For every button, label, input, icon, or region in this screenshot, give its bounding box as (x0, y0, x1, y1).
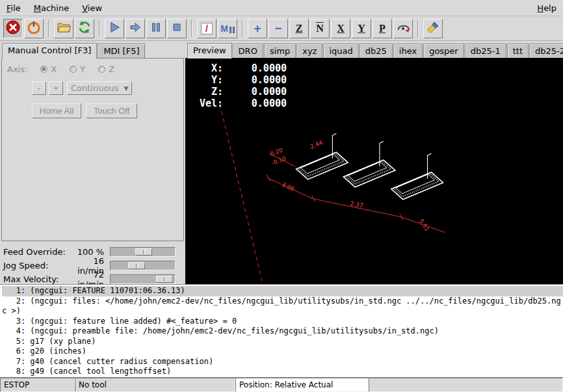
machine-power-icon (26, 20, 42, 37)
gcode-listing: 1: (ngcgui: FEATURE 110701:06.36.13) 2: … (0, 284, 563, 378)
slider-handle[interactable] (156, 276, 173, 283)
jog-minus-button[interactable]: - (32, 81, 46, 95)
gcode-line[interactable]: 1: (ngcgui: FEATURE 110701:06.36.13) (2, 286, 563, 296)
status-filler (369, 378, 563, 392)
menu-file[interactable]: File (5, 2, 22, 14)
block-delete-icon: / (201, 23, 213, 34)
optional-pause-button[interactable]: M (218, 19, 237, 38)
tab-ttt[interactable]: ttt (507, 44, 529, 58)
dimension-label: 2.37 (350, 200, 363, 209)
max-velocity-slider[interactable] (110, 274, 176, 284)
slider-handle[interactable] (128, 262, 145, 269)
tab-manual-control[interactable]: Manual Control [F3] (2, 43, 97, 59)
tab-xyz[interactable]: xyz (296, 44, 322, 58)
menu-machine[interactable]: Machine (33, 2, 70, 14)
part-outline (343, 141, 395, 187)
open-file-button[interactable] (54, 19, 73, 38)
status-tool: No tool (75, 378, 235, 392)
pause-button[interactable] (146, 19, 166, 38)
clear-plot-button[interactable] (423, 19, 443, 38)
jog-row: - + Continuous ▼ (2, 74, 183, 95)
radio-icon (40, 66, 47, 73)
dimension-label: 2.44 (309, 139, 324, 150)
menu-view[interactable]: View (81, 2, 103, 14)
tab-db25[interactable]: db25 (360, 44, 393, 58)
gcode-line[interactable]: 8: g49 (cancel tool lengthoffset) (2, 367, 563, 377)
axis-label: Axis: (7, 64, 27, 74)
view-front-button[interactable]: Y (352, 19, 371, 38)
preview-canvas[interactable]: 2.44 0.20 -0.10 3.00 2.37 5.51 X:0.0000 … (185, 58, 563, 284)
view-rotated-top-button[interactable]: N (310, 19, 330, 38)
axis-radio-y[interactable]: Y (70, 64, 85, 74)
menubar: File Machine View Help (0, 0, 563, 16)
block-delete-button[interactable]: / (197, 19, 216, 38)
feed-override-slider[interactable] (110, 247, 176, 257)
view-perspective-p-icon: P (379, 23, 386, 34)
machine-power-button[interactable] (24, 19, 44, 38)
home-all-button[interactable]: Home All (32, 103, 81, 118)
pause-icon (149, 20, 163, 36)
reload-icon (77, 20, 92, 37)
touch-off-button[interactable]: Touch Off (86, 103, 137, 118)
toolbar: / M + − Z N X Y P (0, 16, 563, 41)
slider-handle[interactable] (135, 248, 152, 255)
tab-gosper[interactable]: gosper (423, 44, 464, 58)
view-side-button[interactable]: X (331, 19, 350, 38)
optional-pause-icon: M (220, 24, 235, 33)
toolbar-separator (417, 20, 419, 37)
right-tabbar: Preview DRO simp xyz iquad db25 ihex gos… (185, 42, 563, 58)
clear-plot-brush-icon (426, 20, 440, 36)
step-button[interactable] (125, 19, 145, 38)
zoom-out-icon: − (274, 22, 282, 34)
coord-label-z: Z: (192, 86, 223, 98)
view-top-button[interactable]: Z (289, 19, 309, 38)
tab-db25-2[interactable]: db25-2 (529, 44, 563, 58)
jog-speed-label: Jog Speed: (3, 261, 67, 270)
zoom-in-button[interactable]: + (248, 19, 267, 38)
gcode-line[interactable]: 3: (ngcgui: feature line added) #<_featu… (2, 317, 563, 327)
zoom-out-button[interactable]: − (268, 19, 288, 38)
right-column: Preview DRO simp xyz iquad db25 ihex gos… (185, 41, 563, 284)
run-icon (107, 20, 122, 36)
coord-value-z: 0.0000 (223, 86, 287, 98)
tab-db25-1[interactable]: db25-1 (465, 44, 506, 58)
coord-label-x: X: (192, 62, 223, 74)
feed-override-label: Feed Override: (3, 247, 67, 257)
axis-radio-x[interactable]: X (40, 64, 57, 74)
chevron-down-icon: ▼ (124, 85, 128, 92)
axis-radio-z[interactable]: Z (98, 64, 114, 74)
step-arrow-icon (128, 20, 142, 36)
estop-button[interactable] (3, 19, 23, 38)
stop-button[interactable] (167, 19, 187, 38)
tab-simp[interactable]: simp (264, 44, 296, 58)
open-folder-icon (56, 20, 72, 37)
left-column: Manual Control [F3] MDI [F5] Axis: X Y (0, 41, 185, 284)
tab-preview[interactable]: Preview (187, 43, 232, 59)
tab-dro[interactable]: DRO (233, 44, 263, 58)
tab-ihex[interactable]: ihex (393, 44, 423, 58)
gcode-line[interactable]: 5: g17 (xy plane) (2, 337, 563, 347)
gcode-line[interactable]: 7: g40 (cancel cutter radius compensatio… (2, 357, 563, 367)
gcode-line[interactable]: 2: (ngcgui: files: </home/john/emc2-dev/… (2, 296, 563, 317)
rotate-view-button[interactable] (393, 19, 413, 38)
radio-icon (98, 66, 105, 73)
jog-speed-slider[interactable] (110, 261, 176, 270)
rotate-icon (396, 20, 410, 36)
tab-iquad[interactable]: iquad (323, 44, 358, 58)
run-button[interactable] (105, 19, 124, 38)
jog-mode-value: Continuous (71, 83, 118, 93)
gcode-line[interactable]: 6: g20 (inches) (2, 346, 563, 357)
jog-plus-button[interactable]: + (49, 81, 63, 95)
axis-window: File Machine View Help (0, 0, 563, 392)
view-front-y-icon: Y (358, 23, 365, 34)
coord-value-y: 0.0000 (223, 74, 287, 86)
jog-mode-select[interactable]: Continuous ▼ (67, 81, 132, 95)
menu-help[interactable]: Help (536, 2, 558, 14)
axis-z-label: Z (109, 64, 114, 74)
gcode-line[interactable]: 4: (ngcgui: preamble file: /home/john/em… (2, 326, 563, 337)
coord-value-vel: 0.0000 (223, 98, 287, 109)
max-velocity-label: Max Velocity: (3, 274, 67, 284)
reload-file-button[interactable] (75, 19, 94, 38)
tab-mdi[interactable]: MDI [F5] (98, 44, 145, 58)
view-perspective-button[interactable]: P (373, 19, 392, 38)
